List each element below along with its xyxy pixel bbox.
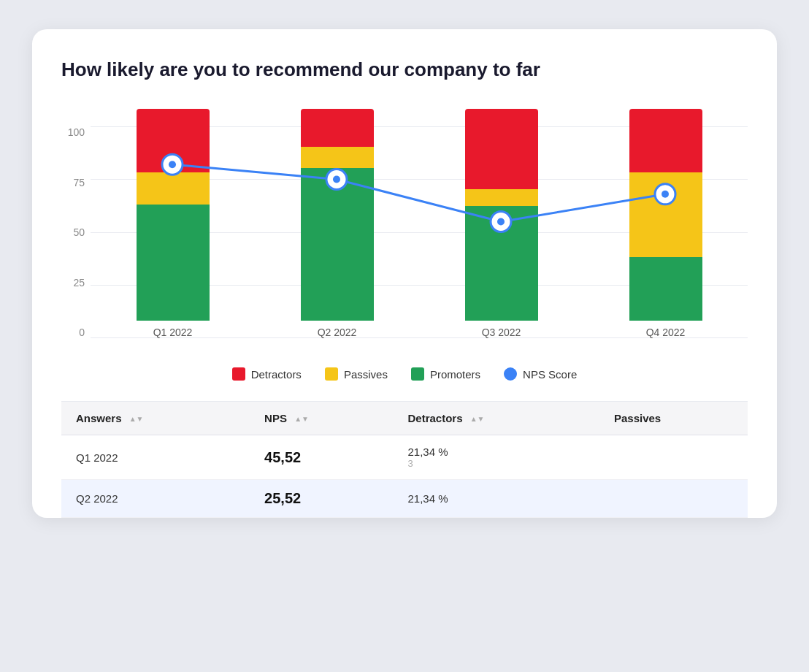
legend-detractors: Detractors xyxy=(232,367,302,381)
th-detractors[interactable]: Detractors ▲▼ xyxy=(393,402,599,435)
td-detractors: 21,34 %3 xyxy=(393,435,599,480)
bar-label: Q1 2022 xyxy=(153,327,193,338)
legend-detractors-dot xyxy=(232,367,245,381)
table-header-row: Answers ▲▼ NPS ▲▼ Detractors ▲▼ Passives xyxy=(61,402,748,435)
legend-promoters-dot xyxy=(411,367,424,381)
data-table: Answers ▲▼ NPS ▲▼ Detractors ▲▼ Passives xyxy=(61,402,748,518)
detractors-segment xyxy=(629,109,702,172)
bar-label: Q4 2022 xyxy=(646,327,686,338)
td-answer: Q2 2022 xyxy=(61,480,250,518)
detractors-segment xyxy=(137,109,210,172)
legend-passives-label: Passives xyxy=(344,368,388,381)
y-axis: 0 25 50 75 100 xyxy=(61,126,91,338)
td-detractors: 21,34 % xyxy=(393,480,599,518)
y-label-100: 100 xyxy=(61,126,91,138)
y-label-75: 75 xyxy=(61,177,91,188)
bar-group-Q4-2022: Q4 2022 xyxy=(629,109,702,338)
detractors-segment xyxy=(465,109,538,189)
legend-passives-dot xyxy=(325,367,338,381)
bars-row: Q1 2022Q2 2022Q3 2022Q4 2022 xyxy=(91,126,748,338)
bar-label: Q2 2022 xyxy=(318,327,357,338)
promoters-segment xyxy=(137,205,210,321)
nps-value: 45,52 xyxy=(264,449,301,465)
legend-nps-dot xyxy=(504,367,517,381)
detractors-pct: 21,34 % xyxy=(407,446,584,458)
td-passives xyxy=(599,480,748,518)
promoters-segment xyxy=(629,257,702,321)
y-label-50: 50 xyxy=(61,226,91,238)
promoters-segment xyxy=(465,206,538,321)
legend-nps: NPS Score xyxy=(504,367,577,381)
detractors-segment xyxy=(301,109,374,147)
passives-segment xyxy=(137,172,210,205)
legend-passives: Passives xyxy=(325,367,388,381)
promoters-segment xyxy=(301,168,374,321)
chart-content: Q1 2022Q2 2022Q3 2022Q4 2022 xyxy=(91,126,748,353)
table-row: Q1 202245,5221,34 %3 xyxy=(61,435,748,480)
td-answer: Q1 2022 xyxy=(61,435,250,480)
sort-detractors-icon[interactable]: ▲▼ xyxy=(470,416,485,423)
chart-area: 0 25 50 75 100 Q1 2022Q2 2022Q3 2022Q4 2… xyxy=(61,104,748,353)
passives-segment xyxy=(465,189,538,206)
th-nps[interactable]: NPS ▲▼ xyxy=(250,402,393,435)
legend: Detractors Passives Promoters NPS Score xyxy=(61,367,748,381)
sort-answers-icon[interactable]: ▲▼ xyxy=(129,416,144,423)
td-nps: 45,52 xyxy=(250,435,393,480)
legend-promoters-label: Promoters xyxy=(430,368,480,381)
legend-promoters: Promoters xyxy=(411,367,480,381)
td-nps: 25,52 xyxy=(250,480,393,518)
table-row: Q2 202225,5221,34 % xyxy=(61,480,748,518)
th-passives[interactable]: Passives xyxy=(599,402,748,435)
nps-value: 25,52 xyxy=(264,490,301,506)
bar-group-Q1-2022: Q1 2022 xyxy=(137,109,210,338)
chart-title: How likely are you to recommend our comp… xyxy=(61,58,748,81)
y-label-0: 0 xyxy=(61,327,91,338)
main-card: How likely are you to recommend our comp… xyxy=(32,29,777,518)
bar-group-Q2-2022: Q2 2022 xyxy=(301,109,374,338)
th-answers[interactable]: Answers ▲▼ xyxy=(61,402,250,435)
detractors-pct: 21,34 % xyxy=(407,492,584,505)
sort-nps-icon[interactable]: ▲▼ xyxy=(294,416,309,423)
legend-nps-label: NPS Score xyxy=(523,368,577,381)
passives-segment xyxy=(301,147,374,168)
bar-group-Q3-2022: Q3 2022 xyxy=(465,109,538,338)
detractors-count: 3 xyxy=(407,458,584,469)
table-container: Answers ▲▼ NPS ▲▼ Detractors ▲▼ Passives xyxy=(61,401,748,518)
td-passives xyxy=(599,435,748,480)
passives-segment xyxy=(629,172,702,257)
y-label-25: 25 xyxy=(61,277,91,289)
legend-detractors-label: Detractors xyxy=(251,368,302,381)
bar-label: Q3 2022 xyxy=(482,327,521,338)
